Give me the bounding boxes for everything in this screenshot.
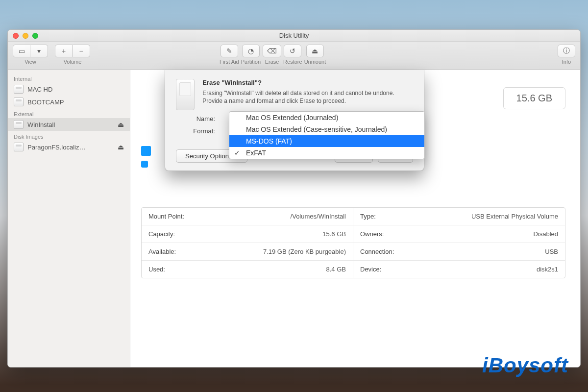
info-cell: Mount Point:/Volumes/WinInstall	[142, 208, 353, 225]
sidebar-item-label: ParagonFS.localiz…	[27, 144, 86, 151]
info-label: Info	[562, 59, 571, 65]
info-value: disk2s1	[537, 266, 558, 273]
sidebar-item-paragonfs[interactable]: ParagonFS.localiz…⏏	[8, 141, 130, 153]
sheet-heading: Erase "WinInstall"?	[202, 79, 413, 86]
volume-label: Volume	[64, 59, 82, 65]
disk-icon	[14, 85, 24, 94]
content: Internal MAC HD BOOTCAMP External WinIns…	[8, 70, 580, 367]
sidebar-item-mac-hd[interactable]: MAC HD	[8, 83, 130, 96]
unmount-label: Unmount	[304, 59, 326, 65]
sidebar-head-internal: Internal	[8, 73, 130, 83]
unmount-button[interactable]: ⏏	[306, 45, 324, 57]
info-button[interactable]: ⓘ	[558, 45, 575, 57]
usage-bar-segment	[141, 146, 151, 156]
volume-add-button[interactable]: +	[55, 45, 73, 57]
first-aid-button[interactable]: ✎	[220, 45, 238, 57]
check-icon: ✓	[234, 149, 240, 157]
dropdown-option-selected[interactable]: MS-DOS (FAT)	[229, 135, 424, 147]
info-cell: Type:USB External Physical Volume	[353, 208, 565, 225]
dropdown-option[interactable]: Mac OS Extended (Case-sensitive, Journal…	[229, 123, 424, 135]
first-aid-label: First Aid	[220, 59, 239, 65]
info-value: USB	[545, 248, 558, 255]
sidebar-item-label: MAC HD	[27, 86, 52, 93]
info-key: Type:	[360, 213, 376, 220]
info-key: Used:	[148, 266, 165, 273]
volume-remove-button[interactable]: −	[73, 45, 90, 57]
view-menu-button[interactable]: ▾	[30, 45, 48, 57]
info-cell: Device:disk2s1	[353, 261, 565, 278]
drive-icon	[176, 79, 195, 110]
eject-icon[interactable]: ⏏	[118, 143, 124, 151]
erase-sheet: Erase "WinInstall"? Erasing "WinInstall"…	[165, 70, 424, 171]
sidebar: Internal MAC HD BOOTCAMP External WinIns…	[8, 70, 130, 367]
volume-info-table: Mount Point:/Volumes/WinInstall Type:USB…	[141, 207, 565, 278]
info-value: USB External Physical Volume	[471, 213, 558, 220]
eject-icon[interactable]: ⏏	[118, 121, 124, 128]
size-badge: 15.6 GB	[503, 87, 565, 109]
sheet-body: Erasing "WinInstall" will delete all dat…	[202, 89, 413, 105]
window-title: Disk Utility	[8, 32, 580, 39]
partition-label: Partition	[241, 59, 261, 65]
sidebar-head-external: External	[8, 108, 130, 118]
info-value: /Volumes/WinInstall	[291, 213, 346, 220]
info-key: Available:	[148, 248, 176, 255]
info-cell: Available:7.19 GB (Zero KB purgeable)	[142, 243, 353, 261]
partition-button[interactable]: ◔	[242, 45, 260, 57]
watermark-logo: iBoysoft	[482, 354, 568, 377]
dropdown-option[interactable]: Mac OS Extended (Journaled)	[229, 112, 424, 123]
info-key: Connection:	[360, 248, 394, 255]
sidebar-item-wininstall[interactable]: WinInstall⏏	[8, 118, 130, 131]
info-value: 7.19 GB (Zero KB purgeable)	[263, 248, 346, 255]
info-key: Device:	[360, 266, 381, 273]
info-value: Disabled	[533, 230, 558, 238]
disk-icon	[14, 143, 24, 151]
info-cell: Used:8.4 GB	[142, 261, 353, 278]
disk-icon	[14, 98, 24, 106]
format-label: Format:	[176, 127, 215, 135]
sidebar-head-images: Disk Images	[8, 131, 130, 141]
info-key: Mount Point:	[148, 213, 184, 220]
main-panel: 15.6 GB Erase "WinInstall"? Erasing "Win…	[130, 70, 580, 367]
disk-icon	[14, 120, 24, 129]
format-dropdown[interactable]: Mac OS Extended (Journaled) Mac OS Exten…	[229, 111, 425, 159]
sidebar-item-label: WinInstall	[27, 121, 55, 128]
dropdown-option-label: ExFAT	[246, 149, 266, 157]
restore-label: Restore	[283, 59, 302, 65]
info-cell: Owners:Disabled	[353, 225, 565, 243]
dropdown-option[interactable]: ✓ExFAT	[229, 147, 424, 159]
name-label: Name:	[176, 115, 215, 122]
info-cell: Connection:USB	[353, 243, 565, 261]
info-cell: Capacity:15.6 GB	[142, 225, 353, 243]
usage-legend-dot	[141, 161, 148, 168]
toolbar: ▭ ▾ View + − Volume ✎First Aid ◔Partitio…	[8, 42, 580, 70]
info-value: 15.6 GB	[322, 230, 346, 238]
disk-utility-window: Disk Utility ▭ ▾ View + − Volume ✎First …	[7, 29, 581, 368]
info-key: Owners:	[360, 230, 384, 238]
info-value: 8.4 GB	[326, 266, 346, 273]
erase-button[interactable]: ⌫	[263, 45, 281, 57]
erase-label: Erase	[265, 59, 279, 65]
sidebar-toggle-button[interactable]: ▭	[13, 45, 30, 57]
restore-button[interactable]: ↺	[284, 45, 301, 57]
sidebar-item-label: BOOTCAMP	[27, 98, 64, 106]
view-label: View	[24, 59, 36, 65]
titlebar[interactable]: Disk Utility	[8, 30, 580, 42]
sidebar-item-bootcamp[interactable]: BOOTCAMP	[8, 96, 130, 108]
info-key: Capacity:	[148, 230, 175, 238]
